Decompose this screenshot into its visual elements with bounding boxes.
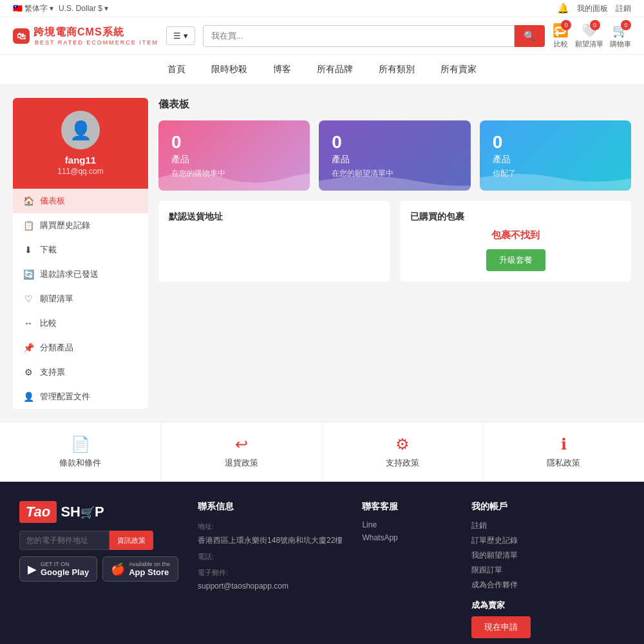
logout-link[interactable]: 註銷 xyxy=(616,3,631,14)
become-seller: 成為賣家 現在申請 xyxy=(471,600,568,638)
profile-icon: 👤 xyxy=(23,392,33,402)
nav-categories[interactable]: 所有類別 xyxy=(366,55,428,84)
logo-text[interactable]: 跨境電商CMS系統 xyxy=(33,26,158,39)
email-value: support@taoshopapp.com xyxy=(198,580,343,592)
sidebar-item-support[interactable]: ⚙ 支持票 xyxy=(13,360,148,384)
footer-top: Tao SH🛒P 資訊政策 ▶ GET IT ON Google Play 🍎 xyxy=(19,501,625,638)
account-track-order[interactable]: 限跟訂單 xyxy=(471,565,568,576)
nav-home[interactable]: 首頁 xyxy=(155,55,198,84)
classified-icon: 📌 xyxy=(23,343,33,353)
stat-number-compare: 0 xyxy=(493,132,618,153)
sidebar-label-support: 支持票 xyxy=(40,366,65,378)
compare-icon-item[interactable]: 🔁 0 比較 xyxy=(553,23,569,49)
account-partner[interactable]: 成為合作夥伴 xyxy=(471,580,568,591)
return-label: 退貨政策 xyxy=(225,457,258,469)
wishlist-label: 願望清單 xyxy=(575,39,603,49)
cart-icon: 🛒 0 xyxy=(612,23,629,38)
chevron-down-icon2: ▾ xyxy=(104,4,108,13)
newsletter-email-input[interactable] xyxy=(19,531,109,550)
search-input[interactable] xyxy=(203,25,515,47)
upgrade-button[interactable]: 升級套餐 xyxy=(486,249,545,271)
sidebar-label-dashboard: 儀表板 xyxy=(40,195,65,207)
refund-icon: 🔄 xyxy=(23,269,33,279)
footer-logo-tao: Tao xyxy=(19,501,57,523)
stat-card-compare: 0 產品 你配了 xyxy=(480,120,631,191)
chevron-down-icon3: ▾ xyxy=(184,31,188,41)
nav-brands[interactable]: 所有品牌 xyxy=(304,55,366,84)
menu-button[interactable]: ☰ ▾ xyxy=(166,26,195,45)
sidebar-item-dashboard[interactable]: 🏠 儀表板 xyxy=(13,189,148,213)
cart-label: 購物車 xyxy=(610,39,631,49)
customer-service-line[interactable]: Line xyxy=(362,520,452,529)
newsletter-submit-button[interactable]: 資訊政策 xyxy=(109,531,153,550)
stat-number-wishlist: 0 xyxy=(332,132,457,153)
language-selector[interactable]: 🇹🇼 繁体字 ▾ xyxy=(13,3,53,14)
package-card-title: 已購買的包裹 xyxy=(410,211,464,223)
sidebar-item-compare[interactable]: ↔ 比較 xyxy=(13,311,148,336)
footer-customer-service: 聯客客服 Line WhatsApp xyxy=(362,501,452,638)
currency-selector[interactable]: U.S. Dollar $ ▾ xyxy=(59,3,108,14)
wishlist-icon-item[interactable]: 🤍 0 願望清單 xyxy=(575,23,603,49)
support-icon: ⚙ xyxy=(23,367,33,377)
sidebar-item-wishlist[interactable]: ♡ 願望清單 xyxy=(13,287,148,311)
wishlist-badge: 0 xyxy=(590,20,600,30)
stat-label-wishlist: 產品 xyxy=(332,154,457,166)
flag-icon: 🇹🇼 xyxy=(13,4,23,13)
nav-sellers[interactable]: 所有賣家 xyxy=(428,55,489,84)
sidebar-label-purchase: 購買歷史記錄 xyxy=(40,220,90,231)
stat-label-cart: 產品 xyxy=(171,154,297,166)
privacy-icon: ℹ xyxy=(561,435,567,453)
home-icon: 🏠 xyxy=(23,196,33,206)
bottom-cards: 默認送貨地址 已購買的包裹 包裹不找到 升級套餐 xyxy=(158,201,631,281)
sidebar-label-compare: 比較 xyxy=(40,317,57,329)
header-icons: 🔁 0 比較 🤍 0 願望清單 🛒 0 購物車 xyxy=(553,23,631,49)
main-content: 👤 fang11 111@qq.com 🏠 儀表板 📋 購買歷史記錄 ⬇ 下載 … xyxy=(0,85,644,422)
dashboard-link[interactable]: 我的面板 xyxy=(577,3,608,14)
nav-flash-sale[interactable]: 限時秒殺 xyxy=(198,55,260,84)
chevron-down-icon: ▾ xyxy=(50,4,53,13)
policy-support[interactable]: ⚙ 支持政策 xyxy=(323,422,484,482)
policy-terms[interactable]: 📄 條款和條件 xyxy=(0,422,161,482)
phone-label: 電話: xyxy=(198,551,343,563)
apply-now-button[interactable]: 現在申請 xyxy=(471,616,531,638)
customer-service-whatsapp[interactable]: WhatsApp xyxy=(362,533,452,542)
sidebar-item-profile[interactable]: 👤 管理配置文件 xyxy=(13,384,148,409)
app-store-text: Available on the App Store xyxy=(129,561,170,577)
stat-card-wishlist: 0 產品 在您的願望清單中 xyxy=(319,120,470,191)
app-store-badge[interactable]: 🍎 Available on the App Store xyxy=(102,556,178,582)
search-button[interactable]: 🔍 xyxy=(515,25,545,47)
account-wishlist[interactable]: 我的願望清單 xyxy=(471,550,568,561)
cart-icon-item[interactable]: 🛒 0 購物車 xyxy=(610,23,631,49)
sidebar-item-downloads[interactable]: ⬇ 下載 xyxy=(13,238,148,262)
account-logout[interactable]: 註銷 xyxy=(471,520,568,531)
contact-title: 聯系信息 xyxy=(198,501,343,513)
language-label: 繁体字 xyxy=(24,3,48,14)
footer-brand: Tao SH🛒P 資訊政策 ▶ GET IT ON Google Play 🍎 xyxy=(19,501,178,638)
policy-privacy[interactable]: ℹ 隱私政策 xyxy=(484,422,644,482)
wishlist-sidebar-icon: ♡ xyxy=(23,294,33,304)
sidebar-item-purchase-history[interactable]: 📋 購買歷史記錄 xyxy=(13,213,148,238)
package-not-found: 包裹不找到 xyxy=(491,229,540,242)
sidebar-label-downloads: 下載 xyxy=(40,244,57,256)
currency-label: U.S. Dollar $ xyxy=(59,4,102,13)
download-icon: ⬇ xyxy=(23,245,33,255)
customer-service-title: 聯客客服 xyxy=(362,501,452,513)
app-store-label: App Store xyxy=(129,567,170,577)
sidebar-item-refund[interactable]: 🔄 退款請求已發送 xyxy=(13,262,148,287)
notification-icon[interactable]: 🔔 xyxy=(557,3,569,14)
google-play-text: GET IT ON Google Play xyxy=(41,561,89,577)
account-order-history[interactable]: 訂單歷史記錄 xyxy=(471,535,568,546)
cart-badge: 0 xyxy=(621,20,631,30)
google-play-badge[interactable]: ▶ GET IT ON Google Play xyxy=(19,556,97,582)
policy-return[interactable]: ↩ 退貨政策 xyxy=(161,422,322,482)
account-title: 我的帳戶 xyxy=(471,501,568,513)
google-play-label: Google Play xyxy=(41,567,89,577)
support-policy-icon: ⚙ xyxy=(395,435,410,453)
stat-label-compare: 產品 xyxy=(493,154,618,166)
logo-sub: BEST RATED ECOMMERCE ITEM xyxy=(35,39,158,46)
nav-blog[interactable]: 博客 xyxy=(260,55,304,84)
sidebar-item-classified[interactable]: 📌 分類產品 xyxy=(13,336,148,360)
become-seller-title: 成為賣家 xyxy=(471,600,568,611)
user-name: fang11 xyxy=(65,155,96,166)
sidebar-label-refund: 退款請求已發送 xyxy=(40,269,99,280)
